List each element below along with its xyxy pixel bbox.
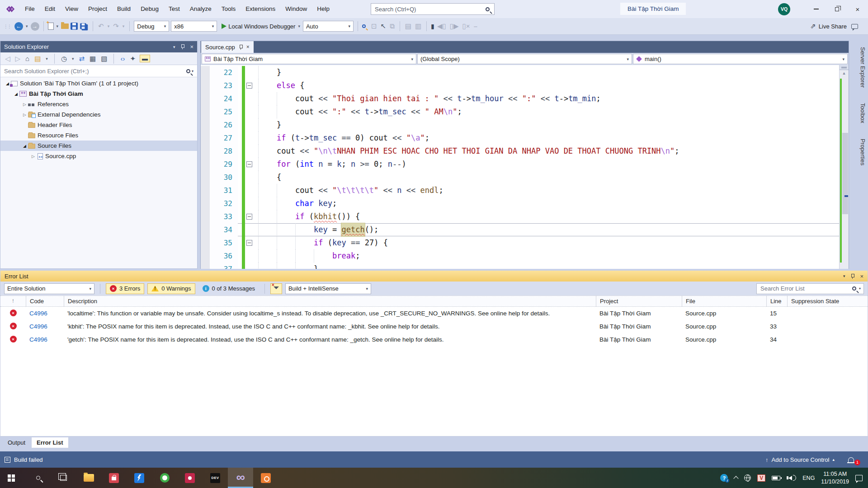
save-all-button[interactable]: [80, 23, 86, 29]
breakpoint-margin[interactable]: [201, 263, 210, 269]
breakpoint-margin[interactable]: [201, 66, 210, 79]
close-tab-icon[interactable]: ×: [246, 44, 250, 50]
error-code-link[interactable]: C4996: [26, 310, 64, 317]
menu-item-view[interactable]: View: [60, 0, 83, 18]
wrench-icon[interactable]: ✦: [129, 55, 137, 63]
menu-item-file[interactable]: File: [20, 0, 40, 18]
restore-button[interactable]: [826, 0, 847, 18]
undo-dropdown[interactable]: ▾: [107, 24, 111, 28]
taskbar-orange-app[interactable]: [253, 468, 278, 488]
taskbar-crimson-app[interactable]: [177, 468, 203, 488]
taskbar-blue-app[interactable]: [127, 468, 152, 488]
properties-page-icon[interactable]: ▧: [100, 55, 108, 63]
code-line-31[interactable]: 31cout << "\t\t\t\t" << n << endl;: [201, 184, 839, 197]
breakpoint-margin[interactable]: [201, 223, 210, 236]
se-back-button[interactable]: ◁: [4, 55, 11, 63]
collapse-all-icon[interactable]: ▦: [89, 55, 97, 63]
breakpoint-margin[interactable]: [201, 105, 210, 118]
error-code-link[interactable]: C4996: [26, 336, 64, 343]
pin-tab-icon[interactable]: [239, 45, 243, 50]
increase-indent-button[interactable]: ▥: [414, 22, 422, 30]
scrollbar-thumb[interactable]: [842, 133, 848, 214]
configuration-dropdown[interactable]: Debug▾: [134, 21, 169, 32]
notifications-bell-icon[interactable]: [848, 457, 854, 462]
menu-item-analyze[interactable]: Analyze: [185, 0, 217, 18]
watch-dropdown[interactable]: Auto▾: [303, 21, 354, 32]
code-line-37[interactable]: 37}: [201, 263, 839, 269]
breakpoint-margin[interactable]: [201, 210, 210, 223]
minimize-button[interactable]: [806, 0, 826, 18]
switch-views-dropdown[interactable]: ▾: [45, 56, 49, 61]
code-line-25[interactable]: 25cout << ":" << t->tm_sec << " AM\n";: [201, 105, 839, 118]
find-in-files-button[interactable]: [362, 24, 366, 28]
menu-item-extensions[interactable]: Extensions: [241, 0, 280, 18]
window-position-dropdown[interactable]: ▾: [843, 274, 845, 278]
search-icon[interactable]: [186, 69, 190, 73]
column-header-project[interactable]: Project: [596, 296, 682, 306]
action-center-icon[interactable]: [855, 475, 863, 481]
breakpoint-margin[interactable]: [201, 236, 210, 249]
menu-item-project[interactable]: Project: [83, 0, 112, 18]
scroll-up-arrow[interactable]: ▲: [840, 71, 849, 75]
save-button[interactable]: [71, 23, 78, 30]
show-hidden-icons-chevron[interactable]: [734, 476, 739, 481]
column-header-code[interactable]: Code: [26, 296, 64, 306]
collapse-toggle-icon[interactable]: [246, 240, 252, 246]
scope-dropdown[interactable]: (Global Scope)▾: [417, 54, 632, 64]
close-panel-icon[interactable]: ×: [860, 273, 863, 280]
side-tab-properties[interactable]: Properties: [852, 137, 867, 167]
tree-item-resource-files[interactable]: Resource Files: [0, 130, 197, 141]
warnings-filter-button[interactable]: 0 Warnings: [147, 283, 195, 294]
v-app-tray-icon[interactable]: V: [757, 474, 765, 482]
battery-icon[interactable]: [772, 476, 780, 480]
navigate-forward-button[interactable]: →: [31, 22, 39, 31]
breakpoint-margin[interactable]: [201, 158, 210, 171]
platform-dropdown[interactable]: x86▾: [171, 21, 217, 32]
view-code-icon[interactable]: ‹›: [119, 55, 126, 62]
search-input[interactable]: [371, 6, 486, 13]
code-line-33[interactable]: 33if (kbhit()) {: [201, 210, 839, 223]
add-to-source-control-button[interactable]: ↑ Add to Source Control ▴: [765, 456, 835, 463]
decrease-indent-button[interactable]: ▤: [404, 22, 412, 30]
tab-output[interactable]: Output: [3, 437, 30, 448]
auto-hide-pin-icon[interactable]: [850, 274, 854, 279]
open-file-button[interactable]: [61, 23, 69, 29]
close-button[interactable]: ×: [847, 0, 868, 18]
tree-item-source-cpp[interactable]: ▷Source.cpp: [0, 151, 197, 161]
quick-launch-search[interactable]: [371, 3, 495, 15]
column-header-file[interactable]: File: [682, 296, 766, 306]
error-code-link[interactable]: C4996: [26, 323, 64, 330]
task-view-button[interactable]: [51, 468, 76, 488]
tree-item-solution-b-i-t-p-th-i-giam-1-of-1-project[interactable]: ◢Solution 'Bài Tập Thời Giam' (1 of 1 pr…: [0, 78, 197, 89]
taskbar-green-browser[interactable]: [152, 468, 177, 488]
breakpoint-margin[interactable]: [201, 171, 210, 184]
tree-expander-icon[interactable]: ▷: [21, 102, 28, 107]
split-window-handle[interactable]: [840, 65, 849, 70]
account-avatar[interactable]: VQ: [778, 3, 790, 15]
editor-scrollbar[interactable]: ▲: [839, 65, 849, 269]
navigate-back-dropdown[interactable]: ▾: [25, 24, 29, 28]
messages-filter-button[interactable]: i 0 of 3 Messages: [198, 283, 259, 294]
error-row-3[interactable]: ×C4996'getch': The POSIX name for this i…: [0, 333, 868, 346]
new-file-button[interactable]: [48, 23, 54, 30]
tree-item-references[interactable]: ▷References: [0, 99, 197, 109]
undo-button[interactable]: ↶: [97, 22, 105, 30]
tree-item-header-files[interactable]: Header Files: [0, 120, 197, 130]
search-icon[interactable]: [486, 7, 490, 11]
live-share-button[interactable]: ⇗ Live Share: [810, 22, 847, 30]
tree-expander-icon[interactable]: ▷: [21, 113, 28, 117]
redo-button[interactable]: ↷: [112, 22, 120, 30]
side-tab-toolbox[interactable]: Toolbox: [852, 101, 867, 125]
error-list-search[interactable]: ▾: [756, 283, 864, 294]
collapse-toggle-icon[interactable]: [246, 161, 252, 167]
member-dropdown[interactable]: main()▾: [633, 54, 848, 64]
severity-column-header[interactable]: !: [0, 296, 26, 306]
breakpoint-margin[interactable]: [201, 184, 210, 197]
column-header-line[interactable]: Line: [766, 296, 787, 306]
toggle-bookmark-button[interactable]: ▮: [431, 23, 434, 30]
taskbar-store-app[interactable]: [101, 468, 127, 488]
help-tray-icon[interactable]: ?: [720, 474, 728, 482]
tab-source-cpp[interactable]: Source.cpp ×: [201, 41, 254, 53]
code-line-28[interactable]: 28cout << "\n\tNHAN PHIM ESC HOAC CHO HE…: [201, 145, 839, 158]
taskbar-search-button[interactable]: [25, 468, 51, 488]
